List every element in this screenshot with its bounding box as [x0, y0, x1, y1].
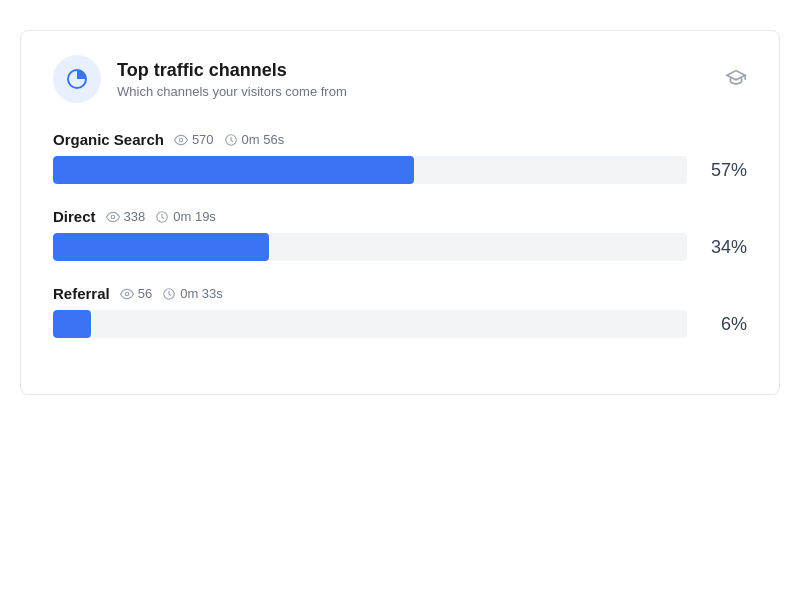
bar-row: 34% — [53, 233, 747, 261]
graduation-cap-icon[interactable] — [725, 66, 747, 92]
bar-container — [53, 156, 687, 184]
bar-percent-label: 57% — [699, 160, 747, 181]
bar-fill — [53, 310, 91, 338]
bar-percent-label: 34% — [699, 237, 747, 258]
views-meta: 338 — [106, 209, 146, 224]
time-value: 0m 56s — [242, 132, 285, 147]
card-title: Top traffic channels — [117, 59, 347, 82]
svg-point-4 — [111, 215, 115, 219]
chart-icon — [65, 67, 89, 91]
eye-icon — [120, 287, 134, 301]
channel-block-organic-search: Organic Search 570 0m 56s — [53, 131, 747, 184]
time-meta: 0m 19s — [155, 209, 216, 224]
eye-icon — [174, 133, 188, 147]
bar-fill — [53, 156, 414, 184]
channel-meta: Direct 338 0m 19s — [53, 208, 747, 225]
card-header: Top traffic channels Which channels your… — [53, 55, 747, 103]
clock-icon — [224, 133, 238, 147]
bar-container — [53, 233, 687, 261]
time-meta: 0m 33s — [162, 286, 223, 301]
bar-container — [53, 310, 687, 338]
view-count: 56 — [138, 286, 152, 301]
bar-percent-label: 6% — [699, 314, 747, 335]
top-traffic-channels-card: Top traffic channels Which channels your… — [20, 30, 780, 395]
channel-block-direct: Direct 338 0m 19s — [53, 208, 747, 261]
clock-icon — [162, 287, 176, 301]
bar-row: 57% — [53, 156, 747, 184]
view-count: 570 — [192, 132, 214, 147]
bar-fill — [53, 233, 269, 261]
header-left: Top traffic channels Which channels your… — [53, 55, 347, 103]
header-icon-circle — [53, 55, 101, 103]
channel-block-referral: Referral 56 0m 33s — [53, 285, 747, 338]
channels-list: Organic Search 570 0m 56s — [53, 131, 747, 338]
time-meta: 0m 56s — [224, 132, 285, 147]
bar-row: 6% — [53, 310, 747, 338]
views-meta: 570 — [174, 132, 214, 147]
svg-point-2 — [179, 138, 183, 142]
clock-icon — [155, 210, 169, 224]
svg-point-6 — [125, 292, 129, 296]
channel-name: Organic Search — [53, 131, 164, 148]
channel-name: Referral — [53, 285, 110, 302]
action-icon-svg — [725, 66, 747, 88]
view-count: 338 — [124, 209, 146, 224]
channel-meta: Referral 56 0m 33s — [53, 285, 747, 302]
views-meta: 56 — [120, 286, 152, 301]
eye-icon — [106, 210, 120, 224]
channel-name: Direct — [53, 208, 96, 225]
time-value: 0m 33s — [180, 286, 223, 301]
card-subtitle: Which channels your visitors come from — [117, 84, 347, 99]
time-value: 0m 19s — [173, 209, 216, 224]
header-text-block: Top traffic channels Which channels your… — [117, 59, 347, 99]
channel-meta: Organic Search 570 0m 56s — [53, 131, 747, 148]
